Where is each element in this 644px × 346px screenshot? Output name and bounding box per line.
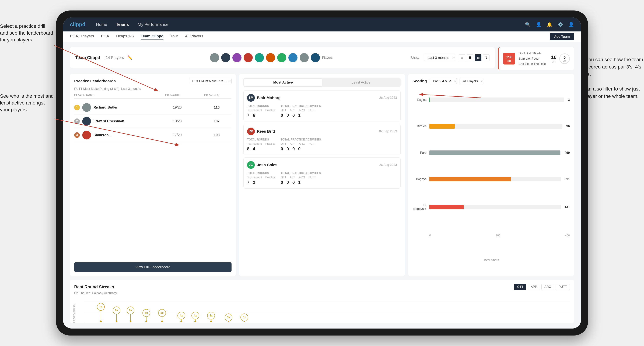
- rounds-sublabels-1: Tournament Practice: [247, 109, 276, 112]
- list-item: 5x: [158, 309, 166, 322]
- total-practice-group-2: Total Practice Activities OTTAPPARGPUTT …: [281, 138, 321, 151]
- practice-leaderboard-panel: Practice Leaderboards PUTT Must Make Put…: [70, 74, 236, 276]
- players-label: Players: [322, 56, 332, 60]
- avatar-9[interactable]: [300, 53, 309, 62]
- streaks-subtitle: Off The Tee, Fairway Accuracy: [74, 291, 570, 295]
- streaks-title: Best Round Streaks: [74, 285, 114, 289]
- best-streaks-section: Best Round Streaks OTT APP ARG PUTT Off …: [70, 280, 574, 323]
- least-active-tab[interactable]: Least Active: [322, 79, 400, 86]
- bar-value-dbogeys: 131: [564, 205, 570, 209]
- pac-stats-3: Total Rounds TournamentPractice 7 2: [247, 172, 397, 185]
- pac-player-1: BM Blair McHarg: [247, 94, 281, 102]
- player-score-3: 17/20: [155, 133, 200, 137]
- player-avatar-3: [82, 131, 91, 140]
- leaderboard-title: Practice Leaderboards: [74, 79, 116, 83]
- list-item: 3x: [240, 314, 248, 322]
- user-avatar-icon[interactable]: 👤: [568, 22, 574, 27]
- subnav-hcaps[interactable]: Hcaps 1-5: [116, 34, 134, 39]
- subnav-pga[interactable]: PGA: [101, 34, 109, 39]
- bar-fill-birdies: [429, 124, 455, 129]
- nav-link-performance[interactable]: My Performance: [138, 22, 168, 27]
- avatar-3[interactable]: [232, 53, 242, 62]
- scoring-panel: Scoring Par 3, 4 & 5s All Players Eagles: [408, 74, 574, 276]
- bar-label-dbogeys: D. Bogeys +: [412, 203, 426, 211]
- bar-label-birdies: Birdies: [412, 124, 426, 128]
- profile-icon[interactable]: 👤: [536, 22, 542, 27]
- avatar-6[interactable]: [266, 53, 275, 62]
- list-item: JC Josh Coles 26 Aug 2023 Total Rounds T…: [244, 158, 401, 188]
- player-avg-2: 107: [202, 119, 232, 123]
- list-item: 3x: [225, 314, 232, 322]
- filter-button[interactable]: ⇅: [483, 54, 490, 61]
- bar-value-pars: 499: [564, 151, 570, 155]
- bar-fill-dbogeys: [429, 205, 464, 209]
- view-full-leaderboard-button[interactable]: View Full Leaderboard: [74, 262, 232, 272]
- player-avatar-1: [82, 103, 91, 112]
- filter-putt[interactable]: PUTT: [556, 284, 570, 290]
- view-icons: ⊞ ☰ ▦ ⇅: [459, 54, 490, 61]
- avatar-7[interactable]: [277, 53, 286, 62]
- bar-row-dbogeys: D. Bogeys + 131: [412, 203, 570, 211]
- pac-name-3: Josh Coles: [257, 163, 278, 167]
- filter-arg[interactable]: ARG: [542, 284, 554, 290]
- total-rounds-group-1: Total Rounds Tournament Practice 7 6: [247, 105, 276, 118]
- player-avg-3: 103: [202, 133, 232, 137]
- scoring-title: Scoring: [412, 79, 427, 83]
- avatar-10[interactable]: [311, 53, 320, 62]
- add-team-button[interactable]: Add Team: [550, 33, 574, 40]
- team-header-panel: Team Clippd | 14 Players ✏️: [70, 47, 495, 68]
- drill-select[interactable]: PUTT Must Make Putt...: [189, 78, 232, 84]
- card-view-button[interactable]: ▦: [475, 54, 482, 61]
- filter-ott[interactable]: OTT: [514, 284, 526, 290]
- leaderboard-column-headers: PLAYER NAME PB SCORE PB AVG SQ: [74, 93, 232, 99]
- pin-bubble-1: 7x: [97, 303, 105, 311]
- list-item: RB Rees Britt 02 Sep 2023 Total Rounds T…: [244, 124, 401, 155]
- player-filter-select[interactable]: All Players: [460, 78, 483, 84]
- settings-icon[interactable]: ⚙️: [558, 22, 563, 27]
- avatar-1[interactable]: [210, 53, 219, 62]
- grid-line-top: [85, 301, 570, 302]
- tournament-val-1: 7: [247, 113, 249, 118]
- avatar-4[interactable]: [244, 53, 253, 62]
- most-active-tab[interactable]: Most Active: [244, 79, 322, 86]
- bar-fill-eagles: [429, 98, 430, 102]
- bell-icon[interactable]: 🔔: [547, 22, 552, 27]
- pac-header-2: RB Rees Britt 02 Sep 2023: [247, 128, 397, 135]
- three-col-panels: Practice Leaderboards PUTT Must Make Put…: [70, 74, 574, 276]
- rounds-subvalues-1: 7 6: [247, 113, 276, 118]
- grid-view-button[interactable]: ⊞: [459, 54, 465, 61]
- avatar-5[interactable]: [255, 53, 264, 62]
- avatar-2[interactable]: [221, 53, 230, 62]
- filter-app[interactable]: APP: [528, 284, 540, 290]
- list-view-button[interactable]: ☰: [467, 54, 473, 61]
- bar-label-bogeys: Bogeys: [412, 177, 426, 181]
- pac-name-1: Blair McHarg: [257, 96, 281, 100]
- pac-header-3: JC Josh Coles 26 Aug 2023: [247, 161, 397, 169]
- bar-value-eagles: 3: [568, 98, 570, 102]
- nav-link-teams[interactable]: Teams: [116, 22, 129, 27]
- table-row: 3 Cameron... 17/20 103: [74, 128, 232, 142]
- avatar-8[interactable]: [288, 53, 298, 62]
- subnav-team-clippd[interactable]: Team Clippd: [141, 34, 164, 39]
- list-item: 6x: [127, 307, 134, 322]
- subnav-pgat[interactable]: PGAT Players: [70, 34, 94, 39]
- subnav-all-players[interactable]: All Players: [185, 34, 203, 39]
- pac-player-3: JC Josh Coles: [247, 161, 278, 169]
- practice-val-1: 6: [253, 113, 255, 118]
- subnav-tour[interactable]: Tour: [170, 34, 178, 39]
- nav-link-home[interactable]: Home: [96, 22, 107, 27]
- show-select[interactable]: Last 3 months: [424, 54, 455, 61]
- annotation-top-left: Select a practice drill and see the lead…: [0, 23, 54, 43]
- shot-badge: 198 SQ: [503, 53, 515, 64]
- pac-player-2: RB Rees Britt: [247, 128, 275, 135]
- tablet-frame: clippd Home Teams My Performance 🔍 👤 🔔 ⚙…: [56, 10, 588, 336]
- pac-date-2: 02 Sep 2023: [379, 130, 397, 133]
- total-practice-group-3: Total Practice Activities OTTAPPARGPUTT …: [281, 172, 321, 185]
- par-filter-select[interactable]: Par 3, 4 & 5s: [430, 78, 457, 84]
- col-pb-score: PB SCORE: [153, 93, 192, 97]
- search-icon[interactable]: 🔍: [525, 22, 530, 27]
- bar-row-birdies: Birdies 96: [412, 124, 570, 129]
- total-practice-label-1: Total Practice Activities: [281, 105, 321, 108]
- edit-icon[interactable]: ✏️: [128, 55, 132, 60]
- pac-avatar-2: RB: [247, 128, 255, 135]
